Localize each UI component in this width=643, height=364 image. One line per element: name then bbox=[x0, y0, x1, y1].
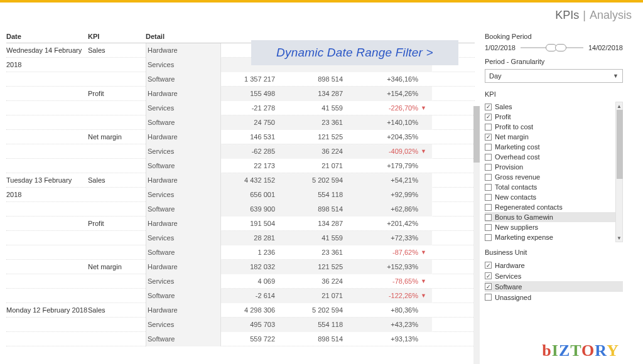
checkbox[interactable] bbox=[485, 174, 492, 181]
kpi-item[interactable]: Overhead cost bbox=[485, 152, 623, 162]
bu-item[interactable]: ✓Services bbox=[485, 270, 623, 281]
table-row[interactable]: Services28 28141 559+72,33% bbox=[6, 231, 475, 245]
table-row[interactable]: Net marginHardware182 032121 525+152,93% bbox=[6, 260, 475, 274]
kpi-item[interactable]: New suppliers bbox=[485, 222, 623, 232]
checkbox[interactable]: ✓ bbox=[485, 262, 492, 269]
table-row[interactable]: Services656 001554 118+92,99% bbox=[6, 188, 475, 202]
header-kpis[interactable]: KPIs bbox=[555, 9, 579, 22]
checkbox[interactable]: ✓ bbox=[485, 272, 492, 279]
checkbox[interactable] bbox=[485, 184, 492, 191]
table-row[interactable]: Software1 23623 361-87,62%▼ bbox=[6, 245, 475, 260]
checkbox[interactable] bbox=[485, 164, 492, 171]
logo-t: T bbox=[570, 341, 581, 360]
down-arrow-icon bbox=[419, 159, 432, 173]
cell-value-1: 191 504 bbox=[221, 217, 289, 231]
down-arrow-icon bbox=[419, 231, 432, 245]
table-row[interactable]: Software639 900898 514+62,86% bbox=[6, 202, 475, 217]
col-arrow bbox=[419, 33, 432, 40]
kpi-item-label: Overhead cost bbox=[495, 153, 540, 161]
kpi-item-label: Regenerated contacts bbox=[495, 203, 563, 211]
cell-value-1: 495 703 bbox=[221, 318, 289, 332]
col-date[interactable]: Date bbox=[6, 33, 88, 40]
kpi-item[interactable]: Bonus to Gamewin bbox=[485, 212, 623, 222]
cell-detail: Hardware bbox=[146, 217, 221, 231]
table-row[interactable]: Net marginHardware146 531121 525+204,35% bbox=[6, 130, 475, 144]
booking-slider[interactable] bbox=[521, 47, 583, 48]
checkbox[interactable] bbox=[485, 234, 492, 241]
cell-change: -122,26% bbox=[357, 289, 419, 303]
cell-value-2: 898 514 bbox=[289, 202, 357, 217]
checkbox[interactable] bbox=[485, 144, 492, 151]
checkbox[interactable] bbox=[485, 214, 492, 221]
checkbox[interactable] bbox=[485, 224, 492, 231]
granularity-select[interactable]: Day ▼ bbox=[485, 69, 623, 83]
kpi-item[interactable]: Gross revenue bbox=[485, 172, 623, 182]
cell-date bbox=[6, 202, 88, 217]
kpi-item[interactable]: Provision bbox=[485, 162, 623, 172]
booking-end[interactable]: 14/02/2018 bbox=[588, 44, 623, 51]
table-row[interactable]: Tuesday 13 February 2018SalesHardware4 4… bbox=[6, 173, 475, 188]
checkbox[interactable]: ✓ bbox=[485, 114, 492, 120]
bu-item[interactable]: ✓Software bbox=[485, 281, 623, 292]
side-panel: Booking Period 1/02/2018 14/02/2018 Peri… bbox=[477, 28, 630, 364]
kpi-scrollbar-track[interactable]: ▲ ▼ bbox=[615, 102, 623, 242]
kpi-item[interactable]: ✓Profit bbox=[485, 112, 623, 122]
cell-kpi bbox=[88, 72, 146, 87]
table-row[interactable]: ProfitHardware155 498134 287+154,26% bbox=[6, 87, 475, 101]
bu-item-label: Hardware bbox=[495, 262, 525, 269]
table-row[interactable]: Services-21 27841 559-226,70%▼ bbox=[6, 101, 475, 115]
scroll-down-icon[interactable]: ▼ bbox=[616, 234, 622, 242]
checkbox[interactable] bbox=[485, 124, 492, 131]
bu-item[interactable]: ✓Hardware bbox=[485, 260, 623, 270]
booking-start[interactable]: 1/02/2018 bbox=[485, 44, 516, 51]
checkbox[interactable]: ✓ bbox=[485, 283, 492, 290]
kpi-item[interactable]: Regenerated contacts bbox=[485, 202, 623, 212]
down-arrow-icon bbox=[419, 303, 432, 318]
table-row[interactable]: ProfitHardware191 504134 287+201,42% bbox=[6, 217, 475, 231]
header-analysis[interactable]: Analysis bbox=[590, 9, 632, 22]
table-row[interactable]: Services4 06936 224-78,65%▼ bbox=[6, 274, 475, 289]
bu-item[interactable]: Unassigned bbox=[485, 292, 623, 302]
logo-y: Y bbox=[607, 341, 619, 360]
col-v1 bbox=[221, 33, 289, 40]
cell-detail: Services bbox=[146, 318, 221, 332]
table-row[interactable]: Software1 357 217898 514+346,16% bbox=[6, 72, 475, 87]
bu-item-label: Software bbox=[495, 283, 522, 291]
kpi-item[interactable]: Marketing cost bbox=[485, 142, 623, 152]
table-row[interactable]: Services-62 28536 224-409,02%▼ bbox=[6, 144, 475, 159]
scroll-up-icon[interactable]: ▲ bbox=[616, 102, 622, 110]
kpi-item[interactable]: ✓Net margin bbox=[485, 132, 623, 142]
cell-detail: Services bbox=[146, 144, 221, 159]
kpi-item[interactable]: Profit to cost bbox=[485, 122, 623, 132]
col-v2 bbox=[289, 33, 357, 40]
table-row[interactable]: Software559 722898 514+93,13% bbox=[6, 332, 475, 346]
table-row[interactable]: Software-2 61421 071-122,26%▼ bbox=[6, 289, 475, 303]
checkbox[interactable] bbox=[485, 294, 492, 301]
table-row[interactable]: Monday 12 February 2018SalesHardware4 29… bbox=[6, 303, 475, 318]
checkbox[interactable] bbox=[485, 194, 492, 201]
kpi-item[interactable]: ✓Sales bbox=[485, 102, 623, 112]
checkbox[interactable] bbox=[485, 204, 492, 211]
logo-b: b bbox=[542, 341, 551, 360]
bu-list: ✓Hardware✓Services✓SoftwareUnassigned bbox=[485, 260, 623, 302]
table-row[interactable]: Software24 75023 361+140,10% bbox=[6, 115, 475, 130]
cell-value-2: 898 514 bbox=[289, 332, 357, 346]
down-arrow-icon bbox=[419, 130, 432, 144]
down-arrow-icon bbox=[419, 260, 432, 274]
kpi-scrollbar-thumb[interactable] bbox=[617, 110, 623, 179]
checkbox[interactable]: ✓ bbox=[485, 104, 492, 110]
cell-date bbox=[6, 101, 88, 115]
slider-thumb-right[interactable] bbox=[555, 44, 566, 51]
checkbox[interactable] bbox=[485, 154, 492, 161]
table-row[interactable]: Services495 703554 118+43,23% bbox=[6, 318, 475, 332]
checkbox[interactable]: ✓ bbox=[485, 134, 492, 141]
kpi-item[interactable]: New contacts bbox=[485, 192, 623, 202]
col-kpi[interactable]: KPI bbox=[88, 33, 146, 40]
cell-date bbox=[6, 159, 88, 173]
kpi-item[interactable]: Total contacts bbox=[485, 182, 623, 192]
kpi-item[interactable]: Marketing expense bbox=[485, 232, 623, 242]
cell-value-2: 23 361 bbox=[289, 245, 357, 260]
down-arrow-icon: ▼ bbox=[419, 101, 432, 115]
table-row[interactable]: Software22 17321 071+179,79% bbox=[6, 159, 475, 173]
col-detail[interactable]: Detail bbox=[146, 33, 221, 40]
